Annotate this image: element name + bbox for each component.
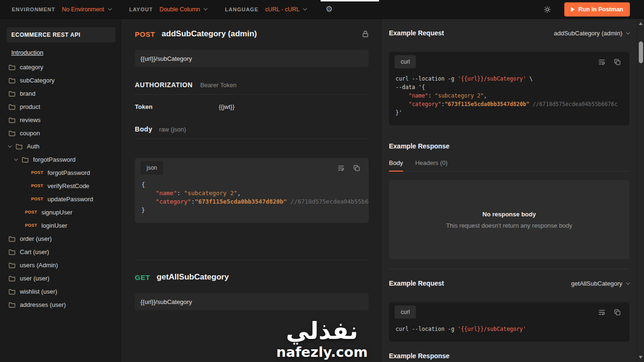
sidebar-folder-order-user[interactable]: order (user) <box>0 232 122 245</box>
folder-icon <box>8 77 16 83</box>
layout-select[interactable]: Double Column <box>159 6 207 13</box>
tree-item-label: user (user) <box>20 275 50 282</box>
wrap-text-icon[interactable] <box>598 309 605 316</box>
code-actions <box>598 58 624 66</box>
chevron-down-icon <box>303 7 307 10</box>
tab-headers[interactable]: Headers (0) <box>415 159 448 171</box>
app-root: ENVIRONMENT No Environment LAYOUT Double… <box>0 0 644 362</box>
token-value: {{jwt}} <box>219 103 234 110</box>
example-section-1: Example Request addSubCategory (admin) c… <box>389 29 629 259</box>
run-in-postman-button[interactable]: Run in Postman <box>564 2 630 16</box>
chevron-down-icon <box>108 7 112 10</box>
sidebar-folder-wishlist-user[interactable]: wishlist (user) <box>0 285 122 298</box>
copy-icon[interactable] <box>353 165 360 172</box>
topbar-right: Run in Postman <box>544 2 644 16</box>
sidebar-folder-coupon[interactable]: coupon <box>0 126 122 140</box>
post-request-title: addSubCategory (admin) <box>162 29 257 39</box>
code-language-chip: curl <box>395 55 416 68</box>
example-request-select-2[interactable]: getAllSubCategory <box>571 280 629 287</box>
body-row: Body raw (json) <box>135 125 369 139</box>
example-request-selected: addSubCategory (admin) <box>554 30 622 37</box>
code-line: "name": "subcategory 2", <box>141 189 362 197</box>
tree-item-label: brand <box>20 90 35 97</box>
sidebar-request-verifyrestcode[interactable]: POSTverifyRestCode <box>0 179 122 192</box>
example-request-title: Example Request <box>389 29 444 37</box>
environment-select[interactable]: No Environment <box>62 6 111 13</box>
folder-icon <box>8 249 16 255</box>
code-actions <box>338 165 363 172</box>
get-request-title: getAllSubCategory <box>157 272 229 282</box>
example-request-select-1[interactable]: addSubCategory (admin) <box>554 30 629 37</box>
copy-icon[interactable] <box>614 309 621 316</box>
tree-item-label: category <box>20 64 43 71</box>
scrollbar-thumb[interactable] <box>639 41 643 63</box>
example-section-2: Example Request getAllSubCategory curl <box>389 269 629 360</box>
layout-group: LAYOUT Double Column <box>129 6 207 13</box>
language-value: cURL - cURL <box>265 6 299 13</box>
language-label: LANGUAGE <box>225 7 258 12</box>
curl-code-block-2: curl <box>389 302 629 342</box>
curl-code-header-2: curl <box>389 302 629 322</box>
chevron-down-icon[interactable] <box>14 156 18 160</box>
example-response-title: Example Response <box>389 352 629 360</box>
theme-toggle-icon[interactable] <box>544 6 551 13</box>
chevron-down-icon[interactable] <box>8 143 12 147</box>
settings-gear-icon[interactable]: ⚙ <box>325 5 332 13</box>
sidebar-folder-auth[interactable]: Auth <box>0 140 122 153</box>
wrap-text-icon[interactable] <box>338 165 345 172</box>
folder-icon <box>22 156 29 163</box>
sidebar-folder-category[interactable]: category <box>0 60 122 74</box>
sidebar-folder-brand[interactable]: brand <box>0 87 122 100</box>
code-language-chip: json <box>140 161 163 174</box>
tree-item-label: subCategory <box>20 77 55 84</box>
folder-icon <box>8 64 16 70</box>
chevron-down-icon <box>204 7 207 10</box>
collection-title[interactable]: ECOMMERCE REST API <box>7 27 116 42</box>
topbar: ENVIRONMENT No Environment LAYOUT Double… <box>0 0 644 19</box>
method-badge-post: POST <box>31 170 43 175</box>
authorization-heading: AUTHORIZATION <box>135 81 193 89</box>
wrap-text-icon[interactable] <box>598 58 605 66</box>
scroll-down-arrow-icon[interactable] <box>639 356 643 359</box>
environment-group: ENVIRONMENT No Environment <box>12 6 111 13</box>
sidebar-folder-user-user[interactable]: user (user) <box>0 272 122 285</box>
empty-response-subtitle: This request doesn't return any response… <box>446 222 572 229</box>
page-scrollbar[interactable] <box>637 19 644 362</box>
scroll-up-arrow-icon[interactable] <box>639 22 643 25</box>
sidebar-folder-subcategory[interactable]: subCategory <box>0 74 122 87</box>
authorization-type: Bearer Token <box>200 82 237 89</box>
code-line: "category":"673f115e5cda0bb3547d820b" //… <box>141 197 362 206</box>
layout-value: Double Column <box>159 6 200 13</box>
language-select[interactable]: cURL - cURL <box>265 6 306 13</box>
tab-body[interactable]: Body <box>389 159 403 172</box>
top-progress-bar <box>321 0 379 1</box>
sidebar-folder-reviews[interactable]: reviews <box>0 113 122 126</box>
sidebar-item-introduction[interactable]: Introduction <box>11 49 43 56</box>
sidebar-folder-forgotpassword[interactable]: forgotPassword <box>0 153 122 166</box>
tree-item-label: coupon <box>20 130 40 137</box>
chevron-down-icon <box>626 280 630 284</box>
language-group: LANGUAGE cURL - cURL <box>225 6 306 13</box>
sidebar-request-loginuser[interactable]: POSTloginUser <box>0 219 122 232</box>
tree-item-label: forgotPassword <box>48 169 90 176</box>
folder-icon <box>8 262 16 268</box>
folder-icon <box>8 302 16 308</box>
folder-icon <box>8 236 16 242</box>
sidebar-folder-users-admin[interactable]: users (Admin) <box>0 258 122 272</box>
body-type: raw (json) <box>159 126 186 133</box>
sidebar-folder-product[interactable]: product <box>0 100 122 113</box>
sidebar-folder-cart-user[interactable]: Cart (user) <box>0 245 122 258</box>
copy-icon[interactable] <box>614 58 621 66</box>
sidebar-request-updatepassword[interactable]: POSTupdatePassword <box>0 192 122 206</box>
sidebar-folder-addresses-user[interactable]: addresses (user) <box>0 298 122 311</box>
doc-column: POST addSubCategory (admin) {{url}}/subC… <box>123 19 381 362</box>
tree-item-label: users (Admin) <box>20 262 58 269</box>
token-label: Token <box>135 103 219 110</box>
curl-code-content-1: curl --location -g '{{url}}/subCategory'… <box>389 72 629 125</box>
sidebar-request-forgotpassword[interactable]: POSTforgotPassword <box>0 166 122 179</box>
curl-code-content-2: curl --location -g '{{url}}/subCategory' <box>389 322 629 342</box>
tree-item-label: loginUser <box>41 222 67 229</box>
examples-column: Example Request addSubCategory (admin) c… <box>381 19 637 362</box>
sidebar-request-signupuser[interactable]: POSTsignupUser <box>0 206 122 219</box>
tree-item-label: Cart (user) <box>20 248 49 255</box>
